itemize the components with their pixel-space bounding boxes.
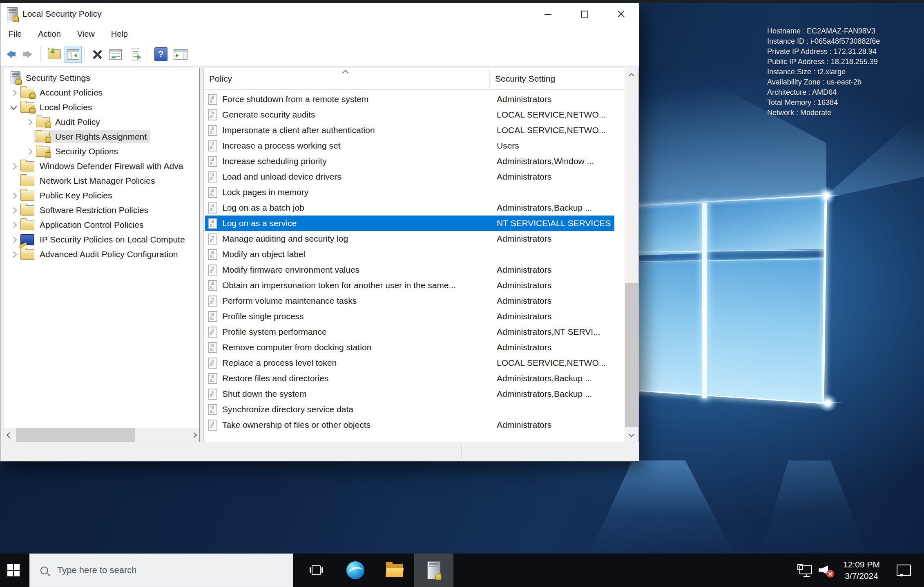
tree-item-security-options[interactable]: Security Options bbox=[4, 144, 199, 159]
policy-row[interactable]: Profile system performanceAdministrators… bbox=[205, 324, 614, 340]
policy-row[interactable]: Increase a process working setUsers bbox=[205, 138, 614, 153]
policy-name: Restore files and directories bbox=[222, 374, 328, 383]
policy-row[interactable]: Manage auditing and security logAdminist… bbox=[205, 231, 614, 247]
policy-row[interactable]: Lock pages in memory bbox=[205, 185, 614, 200]
list-header: Policy Security Setting bbox=[203, 68, 638, 90]
tree-item-security-settings[interactable]: Security Settings bbox=[4, 71, 199, 85]
collapse-button[interactable] bbox=[8, 106, 19, 109]
tree-item-label: Audit Policy bbox=[55, 117, 100, 127]
file-explorer-taskbar-button[interactable] bbox=[375, 554, 414, 587]
expand-button[interactable] bbox=[8, 238, 19, 242]
title-bar[interactable]: Local Security Policy bbox=[0, 3, 639, 25]
tree-item-ip-security-policies[interactable]: IP Security Policies on Local Compute bbox=[4, 232, 199, 247]
policy-doc-icon bbox=[208, 125, 217, 136]
export-list-button[interactable] bbox=[128, 47, 143, 62]
security-setting: Administrators,NT SERVI... bbox=[497, 327, 600, 337]
back-arrow-icon bbox=[7, 51, 16, 58]
taskbar-clock[interactable]: 12:09 PM 3/7/2024 bbox=[837, 554, 886, 587]
tree-item-application-control-policies[interactable]: Application Control Policies bbox=[4, 218, 199, 232]
expand-button[interactable] bbox=[8, 164, 19, 169]
action-center-button[interactable] bbox=[893, 554, 914, 587]
policy-row[interactable]: Perform volume maintenance tasksAdminist… bbox=[205, 293, 614, 309]
tree-item-account-policies[interactable]: Account Policies bbox=[4, 85, 199, 100]
scroll-up-button[interactable] bbox=[625, 68, 638, 84]
policy-row[interactable]: Synchronize directory service data bbox=[205, 402, 614, 417]
policy-name: Shut down the system bbox=[222, 389, 307, 399]
scroll-down-button[interactable] bbox=[625, 427, 638, 442]
expand-button[interactable] bbox=[8, 193, 19, 198]
expand-button[interactable] bbox=[24, 120, 34, 125]
scroll-left-button[interactable] bbox=[4, 428, 15, 442]
expand-button[interactable] bbox=[8, 252, 19, 257]
local-security-policy-taskbar-button[interactable] bbox=[414, 554, 453, 587]
tree-item-audit-policy[interactable]: Audit Policy bbox=[4, 115, 199, 129]
forward-button[interactable] bbox=[20, 47, 35, 62]
scroll-right-button[interactable] bbox=[189, 428, 199, 442]
policy-row[interactable]: Obtain an impersonation token for anothe… bbox=[205, 278, 614, 293]
security-setting: NT SERVICE\ALL SERVICES bbox=[497, 218, 611, 228]
policy-row[interactable]: Profile single processAdministrators bbox=[205, 309, 614, 324]
column-divider[interactable] bbox=[489, 70, 490, 88]
expand-button[interactable] bbox=[8, 91, 19, 95]
close-button[interactable] bbox=[603, 3, 639, 25]
menu-action[interactable]: Action bbox=[38, 29, 61, 39]
policy-name: Load and unload device drivers bbox=[222, 172, 341, 182]
network-tray-button[interactable] bbox=[795, 554, 815, 587]
scrollbar-thumb[interactable] bbox=[625, 283, 638, 427]
policy-row[interactable]: Take ownership of files or other objects… bbox=[205, 417, 614, 433]
tree-item-advanced-audit-policy[interactable]: Advanced Audit Policy Configuration bbox=[4, 247, 199, 262]
sysinfo-line: Total Memory : 16384 bbox=[767, 98, 924, 108]
properties-button[interactable] bbox=[108, 47, 123, 62]
expand-button[interactable] bbox=[24, 149, 34, 154]
tree-item-network-list-manager[interactable]: Network List Manager Policies bbox=[4, 173, 199, 188]
help-button[interactable]: ? bbox=[154, 47, 168, 62]
start-button[interactable] bbox=[0, 554, 27, 587]
folder-icon bbox=[20, 220, 34, 230]
expand-button[interactable] bbox=[8, 223, 19, 227]
tree-item-user-rights-assignment[interactable]: User Rights Assignment bbox=[4, 129, 199, 144]
edge-taskbar-button[interactable] bbox=[336, 554, 375, 587]
policy-row[interactable]: Increase scheduling priorityAdministrato… bbox=[205, 153, 614, 169]
expand-button[interactable] bbox=[8, 208, 19, 213]
policy-name: Lock pages in memory bbox=[222, 187, 308, 197]
policy-row[interactable]: Impersonate a client after authenticatio… bbox=[205, 122, 614, 138]
menu-file[interactable]: File bbox=[9, 29, 22, 39]
tree-item-software-restriction-policies[interactable]: Software Restriction Policies bbox=[4, 203, 199, 218]
policy-name: Obtain an impersonation token for anothe… bbox=[222, 280, 456, 290]
minimize-button[interactable] bbox=[530, 3, 566, 25]
column-header-security-setting[interactable]: Security Setting bbox=[495, 74, 555, 84]
volume-tray-button[interactable] bbox=[815, 554, 836, 587]
search-input[interactable] bbox=[56, 565, 279, 576]
policy-row[interactable]: Load and unload device driversAdministra… bbox=[205, 169, 614, 185]
menu-help[interactable]: Help bbox=[111, 29, 128, 39]
delete-x-icon bbox=[92, 49, 103, 60]
policy-row[interactable]: Log on as a batch jobAdministrators,Back… bbox=[205, 200, 614, 216]
show-action-pane-toggle[interactable] bbox=[172, 47, 189, 62]
policy-name: Replace a process level token bbox=[222, 358, 337, 368]
policy-row[interactable]: Remove computer from docking stationAdmi… bbox=[205, 340, 614, 355]
policy-row[interactable]: Modify an object label bbox=[205, 247, 614, 262]
tree-item-public-key-policies[interactable]: Public Key Policies bbox=[4, 188, 199, 203]
back-button[interactable] bbox=[4, 47, 18, 62]
list-vertical-scrollbar[interactable] bbox=[625, 68, 638, 442]
scrollbar-thumb[interactable] bbox=[16, 428, 135, 442]
show-console-tree-toggle[interactable] bbox=[65, 46, 82, 63]
maximize-button[interactable] bbox=[566, 3, 603, 25]
policy-row[interactable]: Replace a process level tokenLOCAL SERVI… bbox=[205, 355, 614, 371]
policy-row-log-on-as-a-service[interactable]: Log on as a serviceNT SERVICE\ALL SERVIC… bbox=[205, 216, 614, 231]
tree-horizontal-scrollbar[interactable] bbox=[4, 428, 199, 442]
policy-row[interactable]: Modify firmware environment valuesAdmini… bbox=[205, 262, 614, 278]
task-view-button[interactable] bbox=[297, 554, 336, 587]
tree-item-local-policies[interactable]: Local Policies bbox=[4, 100, 199, 115]
tree-item-windows-defender-firewall[interactable]: Windows Defender Firewall with Adva bbox=[4, 159, 199, 173]
column-header-policy[interactable]: Policy bbox=[209, 74, 232, 84]
policy-row[interactable]: Generate security auditsLOCAL SERVICE,NE… bbox=[205, 107, 614, 122]
folder-lock-icon bbox=[36, 117, 50, 127]
up-one-level-button[interactable] bbox=[47, 47, 62, 62]
policy-row[interactable]: Force shutdown from a remote systemAdmin… bbox=[205, 91, 614, 107]
menu-view[interactable]: View bbox=[77, 29, 95, 39]
taskbar-search[interactable] bbox=[29, 554, 293, 587]
policy-row[interactable]: Restore files and directoriesAdministrat… bbox=[205, 371, 614, 386]
delete-button[interactable] bbox=[90, 47, 105, 62]
policy-row[interactable]: Shut down the systemAdministrators,Backu… bbox=[205, 386, 614, 402]
